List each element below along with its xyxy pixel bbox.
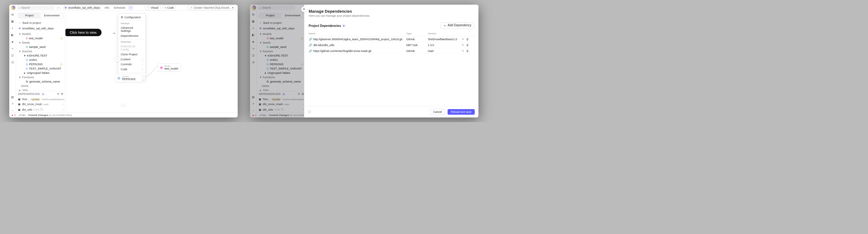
nav-cube-icon[interactable]: ◧ [11,33,14,37]
search-placeholder: Search [21,6,30,9]
status-bar: ▲ 2 ⎇ dev Commit Changes (6 uncommitted … [9,112,238,118]
nav-graph-icon[interactable]: ◫ [11,53,14,57]
view-toggle: ♡Visual ‹›Code [145,5,176,10]
back-to-project[interactable]: ←Back to project [16,20,65,26]
expand-handle[interactable]: ⌄ [120,103,126,107]
caret-down-icon: ▾ [19,76,21,79]
group-seeds[interactable]: ▾Seeds [17,41,64,45]
canvas-node-persons[interactable]: SourcePERSONS [115,74,143,82]
heart-icon: ♡ [147,6,150,9]
refresh-icon[interactable]: ⟳ [57,93,60,96]
dependencies-header[interactable]: DEPENDENCIES 3 ⟳ ⚙ [16,91,65,97]
commit-button[interactable]: Commit Changes (6 uncommitted files) [28,114,72,116]
cluster-selector[interactable]: ✓ Cluster Attached (SQLSnowf... ▾ [188,5,236,10]
arrow-icon: → [112,31,116,35]
chevron-right-icon: › [142,68,143,71]
nav-clock-icon[interactable]: ◷ [11,60,14,64]
manage-dependencies-modal: ✕ Manage Dependencies Here you can manag… [304,5,478,118]
fx-icon: fx [26,80,28,83]
cancel-button[interactable]: Cancel [430,109,445,115]
collapse-left-button[interactable]: « [56,5,61,10]
project-deps-section: Project Dependencies 3 ＋Add Dependency [304,20,478,31]
tab-environment[interactable]: Environment [41,13,63,18]
app-window-after: ⌕ Search ⛁ ▦ ＋ ◧ ◈ ∿ ◫ ◷ ▤ ? ⋯ Project E… [250,5,478,118]
breadcrumb[interactable]: ❄ snowflake_sql_with_deps [63,5,101,10]
node-type-label: Model [164,65,178,67]
node-type-label: Source [122,75,135,78]
caret-down-icon: ▾ [19,50,21,53]
visual-button[interactable]: ♡Visual [145,5,160,10]
node-test-simple-variant[interactable]: TEST_SIMPLE_VARIANT [17,67,64,71]
breadcrumb-project: snowflake_sql_with_deps [68,6,100,9]
link-icon: 🔗 [309,38,312,41]
trash-icon[interactable]: 🗑 [466,44,469,47]
menu-advanced-settings[interactable]: Advanced Settings [118,25,145,33]
node-ungrouped[interactable]: ▸Ungrouped Tables [17,71,64,75]
dep-row-1[interactable]: ▣dbt_snow_maskmain› [16,102,65,107]
edit-icon[interactable]: ✎ [462,49,464,53]
menu-heading-manage: Manage [118,21,145,25]
edit-icon[interactable]: ✎ [462,44,464,47]
nav-dash-icon[interactable]: ▦ [11,20,14,23]
collapse-canvas-button[interactable]: ‹ [115,57,120,62]
group-functions[interactable]: ▾Functions [17,75,64,79]
nav-metric-icon[interactable]: ∿ [11,47,14,50]
menu-configuration[interactable]: ⚙Configuration [118,15,145,20]
dep-row-2[interactable]: ▣dbt_utils1.3.0ⓘ› [16,107,65,112]
app-logo [11,5,16,10]
node-generate-schema-name[interactable]: fxgenerate_schema_name [17,79,64,84]
node-test-model[interactable]: test_model⚠ [17,36,64,41]
activity-bar: ⛁ ▦ ＋ ◧ ◈ ∿ ◫ ◷ ▤ ? ⋯ [9,11,16,112]
model-icon [26,37,28,39]
nav-grid-icon[interactable]: ▤ [11,95,14,99]
code-button[interactable]: ‹›Code [162,5,176,10]
nav-more-icon[interactable]: ⋯ [11,109,14,112]
reload-save-button[interactable]: Reload and save [447,109,475,115]
project-header[interactable]: ❄snowflake_sql_with_deps [16,26,65,31]
nav-help-icon[interactable]: ? [11,102,14,106]
node-sample-seed[interactable]: sample_seed [17,45,64,49]
nav-add-icon[interactable]: ＋ [11,26,14,30]
group-sources[interactable]: ▾Sources [17,49,64,53]
node-kishore-test[interactable]: ▾KISHORE.TEST [17,53,64,58]
more-menu-button[interactable]: ⋯ [128,5,133,10]
source-icon [26,63,28,65]
pipeline-canvas[interactable]: ⚙Configuration Manage Advanced Settings … [65,11,238,112]
plus-icon: ＋ [443,24,446,28]
global-search[interactable]: ⌕ Search [17,5,54,10]
source-icon [26,68,28,70]
info-icon[interactable]: ⓘ [308,110,311,114]
menu-dependencies[interactable]: Dependencies [118,33,145,38]
error-count[interactable]: ▲ 2 [11,114,16,116]
branch-indicator[interactable]: ⎇ dev [18,114,26,116]
node-varia[interactable]: VARIA [17,58,64,62]
close-modal-button[interactable]: ✕ [301,6,307,12]
node-persons[interactable]: PERSONS⚠ [17,62,64,67]
group-models[interactable]: ▾Models [17,32,64,36]
group-gems[interactable]: Gems [17,84,64,88]
gear-icon[interactable]: ⚙ [61,93,63,96]
nav-db-icon[interactable]: ⛁ [11,13,14,17]
edit-icon[interactable]: ✎ [462,38,464,41]
menu-commits[interactable]: Commits› [118,62,145,67]
menu-code[interactable]: Code› [118,67,145,72]
canvas-node-test-model[interactable]: Modeltest_model [157,63,181,72]
trash-icon[interactable]: 🗑 [466,49,469,53]
menu-clone-project[interactable]: Clone Project [118,52,145,57]
tab-info[interactable]: Info [103,5,111,10]
caret-down-icon: ▾ [24,54,26,57]
menu-external-git: External Git Config [118,44,145,52]
warning-icon: ⚠ [60,63,63,66]
warning-icon: ⚠ [60,37,63,40]
add-dependency-button[interactable]: ＋Add Dependency [440,22,474,29]
dep-url: https://github.com/entechlog/dbt-snow-ma… [313,49,371,53]
nav-gem-icon[interactable]: ◈ [11,40,14,44]
tab-project[interactable]: Project [18,13,41,18]
dep-row-0[interactable]: ▣Test...UpdateTestSnowflakeBasic/...› [16,97,65,102]
tab-schedule[interactable]: Schedule [112,5,127,10]
menu-content[interactable]: Content› [118,57,145,62]
group-jobs[interactable]: ▸Jobs [17,88,64,91]
snowflake-icon: ❄ [19,27,21,30]
trash-icon[interactable]: 🗑 [466,38,469,41]
dep-url: http://gitserver:3000/64FytgKa_team_255/… [313,38,402,41]
